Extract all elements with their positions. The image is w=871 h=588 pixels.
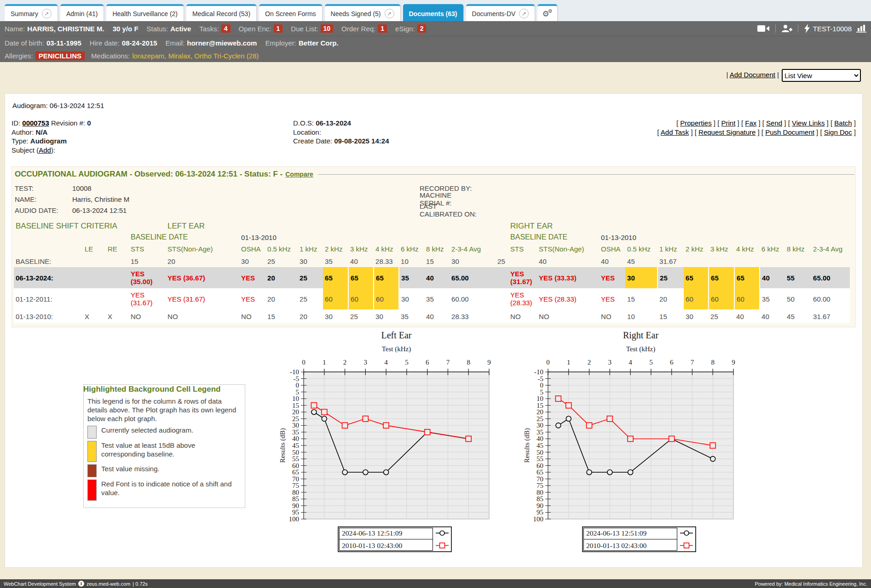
value-cell: 65.00 (450, 267, 496, 288)
svg-text:1: 1 (567, 359, 571, 366)
value-cell: X (83, 309, 106, 323)
col-header-0-5-khz: 0.5 kHz (265, 242, 298, 255)
date-of-birth-label: Date of birth: (5, 39, 44, 47)
info-icon[interactable]: i (78, 581, 84, 587)
bar-chart-icon[interactable] (856, 24, 866, 33)
col-header-6-khz-right: 6 kHz (760, 242, 785, 255)
info-row: AUDIO DATE:06-13-2024 12:51 (15, 205, 420, 216)
value-cell: 30 (399, 288, 424, 309)
section-title: OCCUPATIONAL AUDIOGRAM - Observed: 06-13… (15, 170, 283, 179)
due-list-badge[interactable]: 10 (321, 24, 334, 33)
value-cell: 30 (450, 255, 496, 267)
value-cell: YES (36.67) (166, 267, 239, 288)
add-document-link[interactable]: Add Document (730, 71, 775, 79)
add-task-link[interactable]: Add Task (661, 128, 689, 136)
row-label: BASELINE: (14, 255, 83, 267)
send-link[interactable]: Send (766, 119, 782, 127)
value-cell: 65 (734, 267, 760, 288)
tab-summary[interactable]: Summary↗ (5, 4, 58, 21)
value-cell: 31.67 (658, 255, 684, 267)
compare-link[interactable]: Compare (285, 171, 313, 178)
svg-text:6: 6 (670, 359, 674, 366)
sign-doc-link[interactable]: Sign Doc (824, 128, 852, 136)
tab-documents-63[interactable]: Documents (63) (403, 4, 463, 21)
table-cell (14, 242, 83, 255)
svg-text:2: 2 (588, 359, 591, 366)
external-link-icon[interactable]: ↗ (385, 9, 394, 18)
pipe: | (726, 71, 728, 79)
external-link-icon[interactable]: ↗ (519, 9, 529, 18)
tab-medical-record-53[interactable]: Medical Record (53) (186, 4, 256, 21)
col-header-sts-non-age-right: STS(Non-Age) (537, 242, 599, 255)
value-cell: YES (28.33) (537, 288, 599, 309)
highlight-legend-items: Currently selected audiogram.Test value … (87, 426, 240, 501)
video-camera-icon[interactable] (757, 25, 770, 32)
id-label: ID: (12, 119, 20, 127)
value-cell: NO (129, 309, 166, 323)
table-row-baseline: BASELINE:1520302530354028.33101530254040… (14, 255, 850, 267)
tab-label: Documents-DV (472, 10, 516, 17)
value-cell: 35 (399, 309, 424, 323)
medications-list[interactable]: lorazepam, Miralax, Ortho Tri-Cyclen (28… (132, 52, 259, 60)
request-signature-link[interactable]: Request Signature (698, 128, 756, 136)
right-baseline-date-label: BASELINE DATE (508, 232, 599, 242)
add-user-icon[interactable] (781, 24, 792, 33)
legend-swatch (87, 464, 97, 477)
col-header-osha-right: OSHA (599, 242, 625, 255)
value-cell (508, 255, 537, 267)
view-links-link[interactable]: View Links (792, 119, 825, 127)
legend-swatch (87, 441, 97, 462)
tasks-badge[interactable]: 4 (221, 24, 231, 33)
tab-health-surveillance-2[interactable]: Health Surveillance (2) (106, 4, 184, 21)
settings-gear-button[interactable]: ⚙⚙ (537, 4, 557, 21)
subject-add-link[interactable]: Add (39, 146, 51, 154)
footer-host-link[interactable]: zeus.med-web.com (87, 581, 130, 587)
external-link-icon[interactable]: ↗ (42, 9, 52, 18)
value-cell: 40 (424, 267, 450, 288)
value-cell: 20 (265, 288, 298, 309)
svg-text:Test (kHz): Test (kHz) (626, 345, 656, 353)
tab-on-screen-forms[interactable]: On Screen Forms (259, 4, 322, 21)
table-cell (298, 232, 496, 242)
legend-item: Red Font is to indicate notice of a shif… (87, 480, 240, 501)
footer-powered-by: Powered by: Medical Informatics Engineer… (755, 581, 867, 587)
hire-date-value: 08-24-2015 (122, 39, 157, 47)
value-cell (760, 255, 785, 267)
fax-link[interactable]: Fax (745, 119, 756, 127)
value-cell: 40 (760, 267, 785, 288)
date-of-birth-value: 03-11-1995 (46, 39, 81, 47)
tab-admin-41[interactable]: Admin (41) (60, 4, 104, 21)
esign-badge[interactable]: 2 (417, 24, 427, 33)
col-header-re: RE (106, 242, 129, 255)
allergy-badge[interactable]: PENICILLINS (35, 51, 85, 60)
document-id-link[interactable]: 0000753 (22, 119, 49, 127)
col-header-3-khz: 3 kHz (348, 242, 374, 255)
print-link[interactable]: Print (721, 119, 736, 127)
value-cell (83, 267, 106, 288)
value-cell: YES (31.67) (129, 288, 166, 309)
batch-link[interactable]: Batch (834, 119, 852, 127)
value-cell: 28.33 (450, 309, 496, 323)
push-document-link[interactable]: Push Document (765, 128, 814, 136)
audiogram-info-left: TEST:10008NAME:Harris, Christine MAUDIO … (15, 183, 420, 216)
view-select[interactable]: List View (782, 69, 861, 82)
order-req-badge[interactable]: 1 (378, 24, 387, 33)
open-enc-badge[interactable]: 1 (274, 24, 283, 33)
tab-needs-signed-5[interactable]: Needs Signed (5)↗ (325, 4, 400, 21)
tab-label: Health Surveillance (2) (112, 10, 178, 17)
value-cell: 20 (658, 288, 684, 309)
value-cell: NO (508, 309, 537, 323)
svg-text:2024-06-13 12:51:09: 2024-06-13 12:51:09 (586, 529, 647, 537)
charts-region: Highlighted Background Cell Legend This … (12, 328, 856, 556)
value-cell: 20 (166, 255, 239, 267)
value-cell (106, 267, 129, 288)
properties-link[interactable]: Properties (680, 119, 711, 127)
divider (318, 174, 854, 175)
right-baseline-date: 01-13-2010 (599, 232, 658, 242)
tab-documents-dv[interactable]: Documents-DV↗ (466, 4, 535, 21)
svg-text:Test (kHz): Test (kHz) (382, 345, 411, 353)
col-header-6-khz: 6 kHz (399, 242, 424, 255)
lightning-bolt-icon[interactable] (804, 24, 810, 33)
last-calibrated-on-label: LAST CALIBRATED ON: (420, 202, 477, 218)
value-cell: 40 (734, 309, 760, 323)
